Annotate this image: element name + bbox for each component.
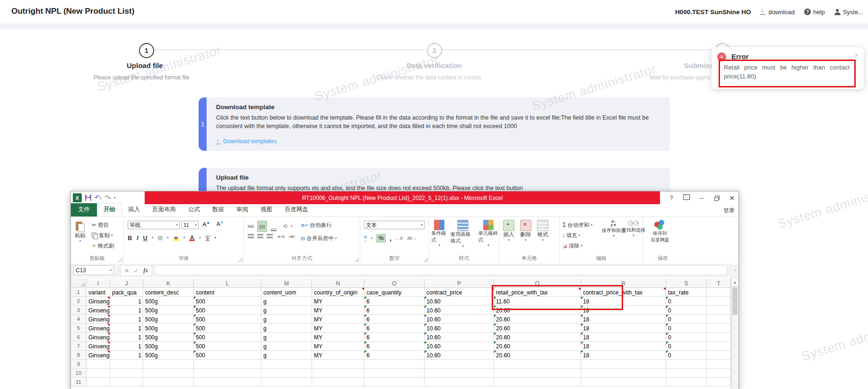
- cell-J4[interactable]: 1: [110, 315, 143, 324]
- cell[interactable]: [143, 369, 194, 378]
- cell[interactable]: [110, 369, 143, 378]
- sort-filter-button[interactable]: A↓Z▼ 排序和筛选▾: [603, 220, 624, 238]
- header-cell-content_desc[interactable]: content_desc: [143, 288, 194, 297]
- cell-K3[interactable]: 500g: [143, 306, 194, 315]
- decrease-indent-icon[interactable]: ⇤≡: [278, 234, 285, 239]
- cell[interactable]: [261, 369, 312, 378]
- wrap-text-button[interactable]: ≣↩自动换行: [301, 221, 332, 229]
- font-family-combo[interactable]: 等线▾: [128, 221, 180, 229]
- cell-L5[interactable]: 500: [194, 324, 261, 333]
- cell-S8[interactable]: 0: [666, 351, 707, 360]
- cell[interactable]: [87, 378, 110, 387]
- font-dialog-launcher[interactable]: [238, 258, 242, 261]
- tab-review[interactable]: 审阅: [230, 203, 254, 216]
- row-header-5[interactable]: 5: [71, 324, 87, 333]
- percent-icon[interactable]: %: [376, 234, 386, 242]
- download-templates-link[interactable]: Download templates: [216, 138, 277, 145]
- alignment-dialog-launcher[interactable]: [355, 258, 358, 261]
- cell-O8[interactable]: 6: [365, 351, 425, 360]
- row-header-2[interactable]: 2: [71, 297, 87, 306]
- column-header-L[interactable]: L: [194, 278, 261, 288]
- fill-color-icon[interactable]: ◂▸: [173, 235, 179, 241]
- column-header-N[interactable]: N: [312, 278, 365, 288]
- cell[interactable]: [666, 360, 707, 369]
- scroll-up-icon[interactable]: ▲: [731, 278, 738, 286]
- cell-J7[interactable]: 1: [110, 342, 143, 351]
- row-header-9[interactable]: 9: [71, 360, 87, 369]
- tab-insert[interactable]: 插入: [122, 203, 146, 216]
- phonetic-icon[interactable]: wén文: [205, 234, 210, 242]
- header-download-button[interactable]: download: [760, 9, 795, 16]
- font-color-icon[interactable]: A: [189, 235, 195, 241]
- tab-data[interactable]: 数据: [206, 203, 230, 216]
- accounting-format-icon[interactable]: ¤≡: [364, 234, 367, 242]
- cell[interactable]: [87, 360, 110, 369]
- cell-O5[interactable]: 6: [365, 324, 425, 333]
- top-align-icon[interactable]: [248, 225, 254, 228]
- cell[interactable]: [312, 360, 365, 369]
- number-dialog-launcher[interactable]: [424, 258, 427, 261]
- cell-Q6[interactable]: 20.60: [494, 333, 581, 342]
- column-header-I[interactable]: I: [87, 278, 110, 288]
- cell[interactable]: [707, 360, 731, 369]
- cell[interactable]: [261, 378, 312, 387]
- cell[interactable]: [707, 288, 731, 297]
- scrollbar-thumb[interactable]: [732, 287, 738, 315]
- vertical-scrollbar[interactable]: ▲: [731, 278, 738, 389]
- cell-M5[interactable]: g: [261, 324, 312, 333]
- header-cell-content[interactable]: content: [194, 288, 261, 297]
- cell-R3[interactable]: 18: [581, 306, 666, 315]
- cell-Q3[interactable]: 20.60: [494, 306, 581, 315]
- row-header-1[interactable]: 1: [71, 288, 87, 297]
- cell-N3[interactable]: MY: [312, 306, 365, 315]
- header-cell-country_of_origin[interactable]: country_of_origin: [312, 288, 365, 297]
- cell-P6[interactable]: 10.60: [425, 333, 494, 342]
- cell-J5[interactable]: 1: [110, 324, 143, 333]
- underline-button[interactable]: U: [143, 234, 147, 242]
- cell-P5[interactable]: 10.60: [425, 324, 494, 333]
- middle-align-icon[interactable]: [257, 221, 267, 232]
- cell[interactable]: [365, 378, 425, 387]
- cell-L7[interactable]: 500: [194, 342, 261, 351]
- header-cell-pack_qua[interactable]: pack_qua: [110, 288, 143, 297]
- cell-K7[interactable]: 500g: [143, 342, 194, 351]
- expand-formula-bar-icon[interactable]: ⌄: [734, 267, 738, 272]
- cell-I6[interactable]: Ginseng: [87, 333, 110, 342]
- cell-R7[interactable]: 18: [581, 342, 666, 351]
- fill-button[interactable]: ⤓填充▾: [563, 231, 592, 240]
- header-user-menu[interactable]: Syste...: [834, 9, 863, 16]
- cell-P3[interactable]: 10.60: [425, 306, 494, 315]
- cell[interactable]: [707, 306, 731, 315]
- align-left-icon[interactable]: [248, 234, 254, 239]
- increase-decimal-icon[interactable]: ←.0: [395, 236, 403, 241]
- cell-I3[interactable]: Ginseng: [87, 306, 110, 315]
- cell-S2[interactable]: 0: [666, 297, 707, 306]
- table-format-button[interactable]: 套用表格格式▾: [451, 220, 475, 248]
- cell-M8[interactable]: g: [261, 351, 312, 360]
- cell-N2[interactable]: MY: [312, 297, 365, 306]
- column-header-P[interactable]: P: [425, 278, 494, 288]
- cell-N6[interactable]: MY: [312, 333, 365, 342]
- header-cell-contract_price_with_tax[interactable]: contract_price_with_tax: [581, 288, 666, 297]
- cell-N4[interactable]: MY: [312, 315, 365, 324]
- cancel-icon[interactable]: ✕: [124, 268, 129, 274]
- tab-file[interactable]: 文件: [71, 203, 97, 216]
- cell-N7[interactable]: MY: [312, 342, 365, 351]
- bottom-align-icon[interactable]: [270, 229, 277, 232]
- cell-K5[interactable]: 500g: [143, 324, 194, 333]
- cell-O3[interactable]: 6: [365, 306, 425, 315]
- cell-Q5[interactable]: 20.60: [494, 324, 581, 333]
- insert-cells-button[interactable]: +插入▾: [503, 220, 514, 242]
- row-header-11[interactable]: 11: [71, 378, 87, 387]
- merge-center-button[interactable]: ⊟合并后居中▾: [301, 234, 337, 242]
- excel-titlebar[interactable]: X ↶▾ ↷▾ ▾ RT10006_Outright NPL (New Prod…: [71, 191, 738, 204]
- cell[interactable]: [494, 378, 581, 387]
- cell-S3[interactable]: 0: [666, 306, 707, 315]
- border-icon[interactable]: ⊞: [157, 234, 163, 242]
- cell-O7[interactable]: 6: [365, 342, 425, 351]
- cell-I7[interactable]: Ginseng: [87, 342, 110, 351]
- cell-L2[interactable]: 500: [194, 297, 261, 306]
- cell-L4[interactable]: 500: [194, 315, 261, 324]
- cell-M7[interactable]: g: [261, 342, 312, 351]
- delete-cells-button[interactable]: ×删除▾: [520, 220, 531, 242]
